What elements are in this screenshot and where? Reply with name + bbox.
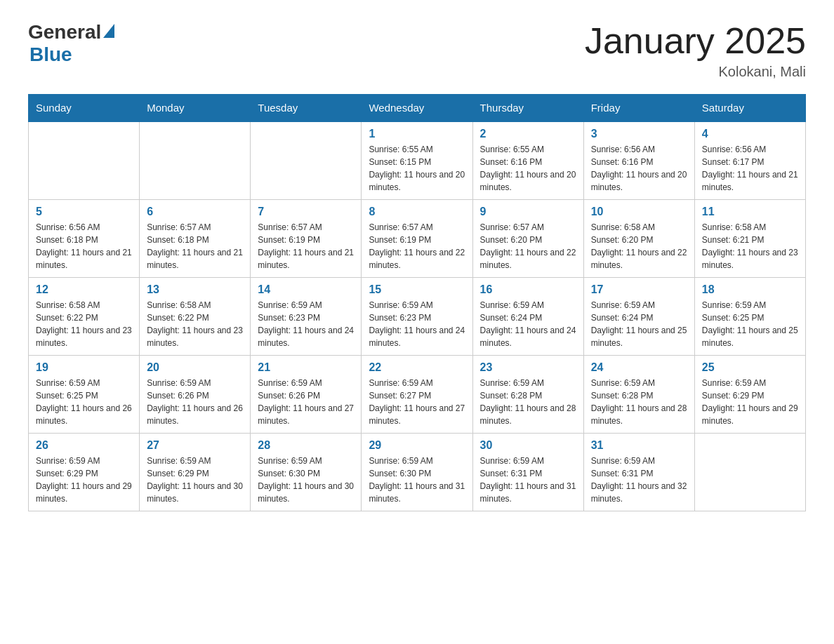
calendar-cell: 6Sunrise: 6:57 AM Sunset: 6:18 PM Daylig…	[140, 200, 251, 278]
page-header: General Blue January 2025 Kolokani, Mali	[28, 21, 806, 80]
day-info: Sunrise: 6:59 AM Sunset: 6:30 PM Dayligh…	[369, 455, 465, 505]
calendar-cell: 8Sunrise: 6:57 AM Sunset: 6:19 PM Daylig…	[362, 200, 472, 278]
calendar-cell: 20Sunrise: 6:59 AM Sunset: 6:26 PM Dayli…	[140, 356, 251, 434]
calendar-cell: 29Sunrise: 6:59 AM Sunset: 6:30 PM Dayli…	[362, 434, 472, 511]
day-info: Sunrise: 6:59 AM Sunset: 6:25 PM Dayligh…	[36, 377, 132, 427]
day-info: Sunrise: 6:59 AM Sunset: 6:23 PM Dayligh…	[258, 299, 354, 349]
day-number: 27	[147, 439, 243, 452]
day-info: Sunrise: 6:55 AM Sunset: 6:16 PM Dayligh…	[480, 143, 576, 194]
calendar-cell: 7Sunrise: 6:57 AM Sunset: 6:19 PM Daylig…	[251, 200, 362, 278]
calendar-cell	[694, 434, 805, 511]
calendar-cell: 24Sunrise: 6:59 AM Sunset: 6:28 PM Dayli…	[583, 356, 694, 434]
day-number: 30	[480, 439, 576, 452]
day-info: Sunrise: 6:59 AM Sunset: 6:29 PM Dayligh…	[702, 377, 798, 427]
calendar-week-row: 12Sunrise: 6:58 AM Sunset: 6:22 PM Dayli…	[29, 278, 806, 356]
calendar-header-row: SundayMondayTuesdayWednesdayThursdayFrid…	[29, 95, 806, 122]
day-header-sunday: Sunday	[29, 95, 140, 122]
calendar-cell	[29, 121, 140, 200]
calendar-cell: 17Sunrise: 6:59 AM Sunset: 6:24 PM Dayli…	[583, 278, 694, 356]
calendar-week-row: 1Sunrise: 6:55 AM Sunset: 6:15 PM Daylig…	[29, 121, 806, 200]
day-info: Sunrise: 6:59 AM Sunset: 6:31 PM Dayligh…	[480, 455, 576, 505]
calendar-cell: 3Sunrise: 6:56 AM Sunset: 6:16 PM Daylig…	[583, 121, 694, 200]
day-info: Sunrise: 6:56 AM Sunset: 6:17 PM Dayligh…	[702, 143, 798, 194]
day-number: 29	[369, 439, 465, 452]
day-number: 20	[147, 361, 243, 374]
day-header-saturday: Saturday	[694, 95, 805, 122]
day-info: Sunrise: 6:59 AM Sunset: 6:31 PM Dayligh…	[591, 455, 687, 505]
day-header-monday: Monday	[140, 95, 251, 122]
day-number: 1	[369, 128, 465, 140]
day-info: Sunrise: 6:58 AM Sunset: 6:22 PM Dayligh…	[147, 299, 243, 349]
calendar-cell: 5Sunrise: 6:56 AM Sunset: 6:18 PM Daylig…	[29, 200, 140, 278]
day-info: Sunrise: 6:59 AM Sunset: 6:28 PM Dayligh…	[480, 377, 576, 427]
calendar-cell: 16Sunrise: 6:59 AM Sunset: 6:24 PM Dayli…	[472, 278, 583, 356]
logo: General Blue	[28, 21, 114, 66]
day-info: Sunrise: 6:57 AM Sunset: 6:20 PM Dayligh…	[480, 221, 576, 271]
day-info: Sunrise: 6:59 AM Sunset: 6:29 PM Dayligh…	[147, 455, 243, 505]
title-section: January 2025 Kolokani, Mali	[585, 21, 806, 80]
day-info: Sunrise: 6:55 AM Sunset: 6:15 PM Dayligh…	[369, 143, 465, 194]
calendar-cell: 9Sunrise: 6:57 AM Sunset: 6:20 PM Daylig…	[472, 200, 583, 278]
day-number: 24	[591, 361, 687, 374]
calendar-cell: 1Sunrise: 6:55 AM Sunset: 6:15 PM Daylig…	[362, 121, 472, 200]
day-info: Sunrise: 6:59 AM Sunset: 6:28 PM Dayligh…	[591, 377, 687, 427]
day-number: 6	[147, 206, 243, 218]
day-number: 4	[702, 128, 798, 140]
day-number: 5	[36, 206, 132, 218]
day-header-thursday: Thursday	[472, 95, 583, 122]
day-number: 13	[147, 283, 243, 296]
calendar-cell: 31Sunrise: 6:59 AM Sunset: 6:31 PM Dayli…	[583, 434, 694, 511]
day-info: Sunrise: 6:57 AM Sunset: 6:19 PM Dayligh…	[369, 221, 465, 271]
calendar-week-row: 5Sunrise: 6:56 AM Sunset: 6:18 PM Daylig…	[29, 200, 806, 278]
logo-blue-text: Blue	[29, 43, 72, 65]
day-info: Sunrise: 6:58 AM Sunset: 6:20 PM Dayligh…	[591, 221, 687, 271]
day-info: Sunrise: 6:59 AM Sunset: 6:27 PM Dayligh…	[369, 377, 465, 427]
day-number: 17	[591, 283, 687, 296]
day-number: 21	[258, 361, 354, 374]
calendar-cell	[140, 121, 251, 200]
day-number: 16	[480, 283, 576, 296]
calendar-cell: 22Sunrise: 6:59 AM Sunset: 6:27 PM Dayli…	[362, 356, 472, 434]
calendar-cell: 4Sunrise: 6:56 AM Sunset: 6:17 PM Daylig…	[694, 121, 805, 200]
day-info: Sunrise: 6:56 AM Sunset: 6:16 PM Dayligh…	[591, 143, 687, 194]
day-header-tuesday: Tuesday	[251, 95, 362, 122]
calendar-cell: 27Sunrise: 6:59 AM Sunset: 6:29 PM Dayli…	[140, 434, 251, 511]
day-info: Sunrise: 6:59 AM Sunset: 6:26 PM Dayligh…	[147, 377, 243, 427]
calendar-cell	[251, 121, 362, 200]
calendar-cell: 23Sunrise: 6:59 AM Sunset: 6:28 PM Dayli…	[472, 356, 583, 434]
day-info: Sunrise: 6:59 AM Sunset: 6:25 PM Dayligh…	[702, 299, 798, 349]
day-number: 23	[480, 361, 576, 374]
calendar-cell: 10Sunrise: 6:58 AM Sunset: 6:20 PM Dayli…	[583, 200, 694, 278]
day-info: Sunrise: 6:59 AM Sunset: 6:29 PM Dayligh…	[36, 455, 132, 505]
day-info: Sunrise: 6:58 AM Sunset: 6:21 PM Dayligh…	[702, 221, 798, 271]
day-number: 3	[591, 128, 687, 140]
calendar-cell: 19Sunrise: 6:59 AM Sunset: 6:25 PM Dayli…	[29, 356, 140, 434]
day-number: 10	[591, 206, 687, 218]
day-info: Sunrise: 6:56 AM Sunset: 6:18 PM Dayligh…	[36, 221, 132, 271]
day-number: 28	[258, 439, 354, 452]
day-info: Sunrise: 6:59 AM Sunset: 6:23 PM Dayligh…	[369, 299, 465, 349]
calendar-cell: 11Sunrise: 6:58 AM Sunset: 6:21 PM Dayli…	[694, 200, 805, 278]
day-info: Sunrise: 6:57 AM Sunset: 6:19 PM Dayligh…	[258, 221, 354, 271]
calendar-cell: 12Sunrise: 6:58 AM Sunset: 6:22 PM Dayli…	[29, 278, 140, 356]
logo-general-text: General	[28, 21, 101, 43]
day-number: 25	[702, 361, 798, 374]
day-info: Sunrise: 6:59 AM Sunset: 6:30 PM Dayligh…	[258, 455, 354, 505]
day-number: 22	[369, 361, 465, 374]
day-number: 19	[36, 361, 132, 374]
day-number: 18	[702, 283, 798, 296]
day-header-wednesday: Wednesday	[362, 95, 472, 122]
day-number: 15	[369, 283, 465, 296]
day-info: Sunrise: 6:59 AM Sunset: 6:24 PM Dayligh…	[591, 299, 687, 349]
calendar-table: SundayMondayTuesdayWednesdayThursdayFrid…	[28, 94, 806, 511]
calendar-cell: 18Sunrise: 6:59 AM Sunset: 6:25 PM Dayli…	[694, 278, 805, 356]
calendar-cell: 21Sunrise: 6:59 AM Sunset: 6:26 PM Dayli…	[251, 356, 362, 434]
day-number: 2	[480, 128, 576, 140]
day-header-friday: Friday	[583, 95, 694, 122]
day-number: 9	[480, 206, 576, 218]
calendar-cell: 14Sunrise: 6:59 AM Sunset: 6:23 PM Dayli…	[251, 278, 362, 356]
day-number: 7	[258, 206, 354, 218]
day-number: 26	[36, 439, 132, 452]
day-number: 8	[369, 206, 465, 218]
calendar-cell: 25Sunrise: 6:59 AM Sunset: 6:29 PM Dayli…	[694, 356, 805, 434]
